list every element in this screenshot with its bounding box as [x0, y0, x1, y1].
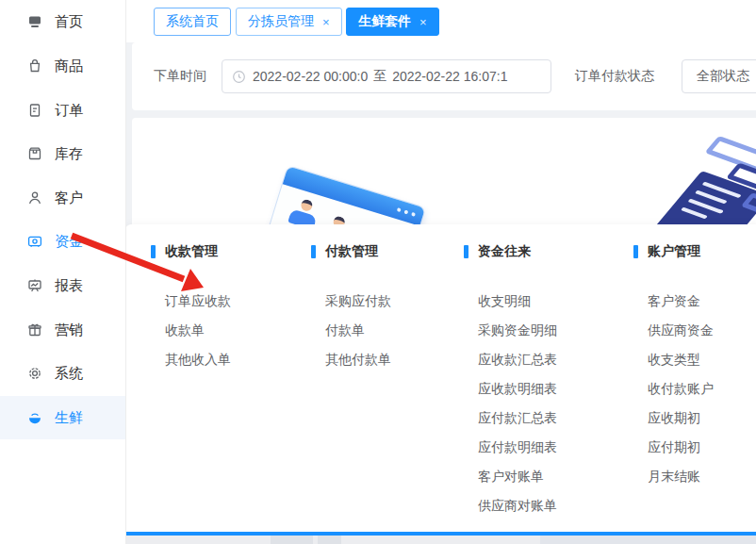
sidebar-item-reports[interactable]: 报表: [0, 264, 125, 307]
section-marker-icon: [311, 245, 316, 258]
menu-item-payment-slip[interactable]: 付款单: [311, 316, 391, 345]
sidebar-item-orders[interactable]: 订单: [0, 89, 125, 132]
tab-fresh-suite[interactable]: 生鲜套件 ×: [346, 8, 439, 36]
menu-item-supplier-statement[interactable]: 供应商对账单: [464, 491, 557, 520]
sidebar-item-label: 系统: [55, 365, 83, 383]
menu-column-title: 收款管理: [165, 243, 218, 260]
menu-column-header: 付款管理: [311, 241, 391, 262]
gear-icon: [25, 364, 44, 383]
menu-item-month-end-closing[interactable]: 月末结账: [633, 462, 714, 491]
close-icon[interactable]: ×: [419, 16, 427, 28]
background-table-strip: [125, 536, 756, 544]
tab-label: 分拣员管理: [248, 13, 314, 30]
menu-column-fund-flows: 资金往来 收支明细 采购资金明细 应收款汇总表 应收款明细表 应付款汇总表 应付…: [464, 241, 557, 520]
sidebar-item-fresh[interactable]: 生鲜: [0, 396, 125, 439]
strip-segment: [318, 536, 341, 544]
date-range-input[interactable]: 2022-02-22 00:00:0 至 2022-02-22 16:07:1: [222, 59, 551, 93]
sidebar-item-label: 客户: [55, 190, 83, 207]
menu-column-payments: 付款管理 采购应付款 付款单 其他付款单: [311, 241, 391, 374]
date-range-separator: 至: [373, 68, 386, 85]
document-icon: [25, 101, 44, 120]
menu-column-title: 资金往来: [478, 243, 531, 260]
menu-column-header: 资金往来: [464, 241, 557, 262]
menu-item-purchase-fund-detail[interactable]: 采购资金明细: [464, 316, 557, 345]
window-dots: [397, 207, 416, 217]
sidebar-item-label: 生鲜: [55, 409, 83, 427]
app-window: 首页 商品 订单 库存 客户: [0, 0, 756, 544]
funds-mega-menu: 收款管理 订单应收款 收款单 其他收入单 付款管理 采购应付款 付款单 其他付款…: [125, 224, 756, 536]
tab-sorter-management[interactable]: 分拣员管理 ×: [236, 8, 342, 36]
filter-bar: 下单时间 2022-02-22 00:00:0 至 2022-02-22 16:…: [132, 42, 756, 110]
menu-column-header: 账户管理: [633, 241, 714, 262]
menu-item-payable-detail[interactable]: 应付款明细表: [464, 433, 557, 462]
sidebar-item-label: 订单: [55, 102, 83, 120]
sidebar-item-marketing[interactable]: 营销: [0, 308, 125, 352]
gift-icon: [25, 321, 44, 339]
chart-board-icon: [25, 276, 44, 295]
date-end-value: 2022-02-22 16:07:1: [392, 69, 507, 84]
section-marker-icon: [151, 245, 156, 258]
wallet-icon: [25, 232, 44, 251]
menu-item-receivable-detail[interactable]: 应收款明细表: [464, 374, 557, 404]
strip-segment: [540, 536, 756, 544]
menu-column-receipts: 收款管理 订单应收款 收款单 其他收入单: [151, 241, 231, 374]
section-marker-icon: [633, 245, 638, 258]
tab-label: 系统首页: [166, 13, 219, 30]
menu-column-header: 收款管理: [151, 241, 231, 262]
order-time-label: 下单时间: [154, 42, 206, 110]
menu-item-payable-opening[interactable]: 应付期初: [633, 433, 714, 462]
sidebar-item-label: 资金: [55, 233, 83, 251]
pay-status-select[interactable]: 全部状态: [682, 59, 756, 93]
package-icon: [25, 144, 44, 163]
menu-item-other-income[interactable]: 其他收入单: [151, 345, 231, 374]
date-start-value: 2022-02-22 00:00:0: [253, 69, 368, 84]
sidebar-item-label: 商品: [55, 58, 83, 75]
menu-item-customer-funds[interactable]: 客户资金: [633, 287, 714, 316]
menu-item-payable-summary[interactable]: 应付款汇总表: [464, 404, 557, 433]
menu-item-receivable-summary[interactable]: 应收款汇总表: [464, 345, 557, 374]
shopping-bag-icon: [25, 57, 44, 75]
pay-status-label: 订单付款状态: [575, 42, 654, 110]
home-icon: [25, 12, 44, 31]
bowl-icon: [25, 408, 44, 427]
person-icon: [25, 189, 44, 207]
menu-item-receivable-opening[interactable]: 应收期初: [633, 404, 714, 433]
menu-item-other-payment[interactable]: 其他付款单: [311, 345, 391, 374]
sidebar-item-funds[interactable]: 资金: [0, 220, 125, 263]
menu-item-order-receivables[interactable]: 订单应收款: [151, 287, 231, 316]
menu-item-income-expense-type[interactable]: 收支类型: [633, 345, 714, 374]
section-marker-icon: [464, 245, 468, 258]
menu-item-income-expense-detail[interactable]: 收支明细: [464, 287, 557, 316]
menu-item-purchase-payables[interactable]: 采购应付款: [311, 287, 391, 316]
sidebar-item-label: 营销: [55, 321, 83, 339]
menu-item-receipt-slip[interactable]: 收款单: [151, 316, 231, 345]
sidebar-item-customers[interactable]: 客户: [0, 176, 125, 220]
sidebar-item-system[interactable]: 系统: [0, 352, 125, 395]
sidebar-item-home[interactable]: 首页: [0, 0, 125, 43]
sidebar-item-label: 库存: [55, 145, 83, 163]
tab-system-home[interactable]: 系统首页: [154, 8, 231, 36]
tab-label: 生鲜套件: [358, 13, 411, 30]
pay-status-value: 全部状态: [697, 68, 749, 85]
menu-column-accounts: 账户管理 客户资金 供应商资金 收支类型 收付款账户 应收期初 应付期初 月末结…: [633, 241, 714, 491]
menu-item-customer-statement[interactable]: 客户对账单: [464, 462, 557, 491]
sidebar: 首页 商品 订单 库存 客户: [0, 0, 126, 544]
menu-item-payment-accounts[interactable]: 收付款账户: [633, 374, 714, 404]
sidebar-item-label: 首页: [55, 13, 83, 31]
strip-segment: [271, 536, 313, 544]
menu-column-title: 付款管理: [325, 243, 378, 260]
menu-column-title: 账户管理: [648, 243, 700, 260]
menu-item-supplier-funds[interactable]: 供应商资金: [633, 316, 714, 345]
clock-icon: [232, 70, 246, 84]
close-icon[interactable]: ×: [322, 16, 330, 28]
sidebar-item-inventory[interactable]: 库存: [0, 132, 125, 175]
sidebar-item-goods[interactable]: 商品: [0, 44, 125, 88]
sidebar-item-label: 报表: [55, 277, 83, 295]
